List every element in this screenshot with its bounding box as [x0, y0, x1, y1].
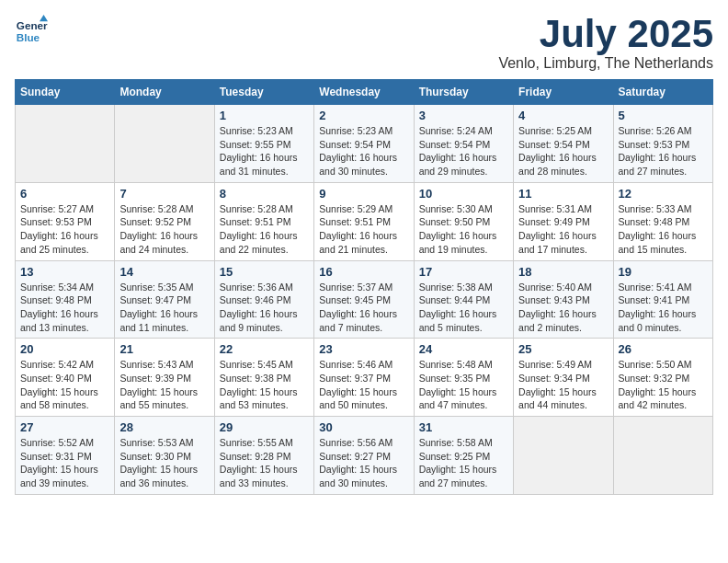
day-number: 7: [119, 187, 209, 201]
day-number: 31: [419, 420, 508, 434]
day-number: 18: [518, 265, 608, 279]
day-number: 20: [20, 342, 109, 356]
calendar-cell: 12Sunrise: 5:33 AM Sunset: 9:48 PM Dayli…: [613, 182, 712, 260]
calendar-cell: 15Sunrise: 5:36 AM Sunset: 9:46 PM Dayli…: [214, 260, 313, 339]
location: Venlo, Limburg, The Netherlands: [498, 55, 713, 72]
day-detail: Sunrise: 5:35 AM Sunset: 9:47 PM Dayligh…: [119, 281, 209, 335]
calendar-cell: 19Sunrise: 5:41 AM Sunset: 9:41 PM Dayli…: [613, 260, 712, 339]
day-number: 10: [419, 187, 508, 201]
calendar-cell: [115, 105, 214, 183]
calendar-cell: 13Sunrise: 5:34 AM Sunset: 9:48 PM Dayli…: [16, 260, 115, 339]
col-header-friday: Friday: [514, 80, 613, 105]
calendar-cell: 7Sunrise: 5:28 AM Sunset: 9:52 PM Daylig…: [115, 182, 214, 260]
day-detail: Sunrise: 5:27 AM Sunset: 9:53 PM Dayligh…: [20, 202, 109, 257]
day-detail: Sunrise: 5:42 AM Sunset: 9:40 PM Dayligh…: [20, 358, 109, 412]
day-detail: Sunrise: 5:38 AM Sunset: 9:44 PM Dayligh…: [419, 281, 508, 335]
day-detail: Sunrise: 5:52 AM Sunset: 9:31 PM Dayligh…: [20, 436, 109, 490]
day-detail: Sunrise: 5:30 AM Sunset: 9:50 PM Dayligh…: [419, 202, 508, 257]
day-number: 6: [20, 187, 109, 201]
calendar-cell: 8Sunrise: 5:28 AM Sunset: 9:51 PM Daylig…: [214, 182, 313, 260]
day-number: 9: [319, 187, 408, 201]
day-detail: Sunrise: 5:37 AM Sunset: 9:45 PM Dayligh…: [319, 281, 408, 335]
day-detail: Sunrise: 5:28 AM Sunset: 9:51 PM Dayligh…: [220, 202, 309, 257]
day-detail: Sunrise: 5:24 AM Sunset: 9:54 PM Dayligh…: [419, 124, 508, 178]
day-number: 1: [220, 109, 309, 122]
calendar-cell: 17Sunrise: 5:38 AM Sunset: 9:44 PM Dayli…: [414, 260, 513, 339]
day-number: 16: [319, 265, 408, 279]
calendar-cell: 2Sunrise: 5:23 AM Sunset: 9:54 PM Daylig…: [314, 105, 414, 183]
day-detail: Sunrise: 5:45 AM Sunset: 9:38 PM Dayligh…: [220, 358, 309, 412]
calendar-cell: 29Sunrise: 5:55 AM Sunset: 9:28 PM Dayli…: [214, 417, 313, 495]
day-number: 29: [220, 420, 309, 434]
day-number: 5: [619, 109, 708, 122]
col-header-wednesday: Wednesday: [314, 80, 414, 105]
day-detail: Sunrise: 5:41 AM Sunset: 9:41 PM Dayligh…: [619, 281, 708, 335]
calendar-cell: 31Sunrise: 5:58 AM Sunset: 9:25 PM Dayli…: [414, 417, 513, 495]
day-detail: Sunrise: 5:33 AM Sunset: 9:48 PM Dayligh…: [619, 202, 708, 257]
calendar-cell: 14Sunrise: 5:35 AM Sunset: 9:47 PM Dayli…: [115, 260, 214, 339]
calendar-cell: 9Sunrise: 5:29 AM Sunset: 9:51 PM Daylig…: [314, 182, 414, 260]
day-detail: Sunrise: 5:58 AM Sunset: 9:25 PM Dayligh…: [419, 436, 508, 490]
day-detail: Sunrise: 5:55 AM Sunset: 9:28 PM Dayligh…: [220, 436, 309, 490]
day-detail: Sunrise: 5:49 AM Sunset: 9:34 PM Dayligh…: [518, 358, 608, 412]
day-detail: Sunrise: 5:56 AM Sunset: 9:27 PM Dayligh…: [319, 436, 408, 490]
calendar-cell: 11Sunrise: 5:31 AM Sunset: 9:49 PM Dayli…: [514, 182, 613, 260]
calendar-cell: 16Sunrise: 5:37 AM Sunset: 9:45 PM Dayli…: [314, 260, 414, 339]
calendar-cell: 24Sunrise: 5:48 AM Sunset: 9:35 PM Dayli…: [414, 339, 513, 417]
day-detail: Sunrise: 5:34 AM Sunset: 9:48 PM Dayligh…: [20, 281, 109, 335]
col-header-tuesday: Tuesday: [214, 80, 313, 105]
calendar-cell: 18Sunrise: 5:40 AM Sunset: 9:43 PM Dayli…: [514, 260, 613, 339]
day-detail: Sunrise: 5:43 AM Sunset: 9:39 PM Dayligh…: [119, 358, 209, 412]
day-detail: Sunrise: 5:36 AM Sunset: 9:46 PM Dayligh…: [220, 281, 309, 335]
calendar-cell: 28Sunrise: 5:53 AM Sunset: 9:30 PM Dayli…: [115, 417, 214, 495]
day-detail: Sunrise: 5:46 AM Sunset: 9:37 PM Dayligh…: [319, 358, 408, 412]
col-header-thursday: Thursday: [414, 80, 513, 105]
col-header-saturday: Saturday: [613, 80, 712, 105]
col-header-monday: Monday: [115, 80, 214, 105]
calendar-cell: 4Sunrise: 5:25 AM Sunset: 9:54 PM Daylig…: [514, 105, 613, 183]
day-number: 17: [419, 265, 508, 279]
day-number: 12: [619, 187, 708, 201]
logo-icon: General Blue: [15, 15, 48, 48]
calendar-cell: 30Sunrise: 5:56 AM Sunset: 9:27 PM Dayli…: [314, 417, 414, 495]
calendar-cell: 23Sunrise: 5:46 AM Sunset: 9:37 PM Dayli…: [314, 339, 414, 417]
logo: General Blue: [15, 15, 48, 48]
day-number: 23: [319, 342, 408, 356]
day-number: 24: [419, 342, 508, 356]
day-number: 15: [220, 265, 309, 279]
day-number: 25: [518, 342, 608, 356]
col-header-sunday: Sunday: [16, 80, 115, 105]
calendar-cell: [613, 417, 712, 495]
day-detail: Sunrise: 5:40 AM Sunset: 9:43 PM Dayligh…: [518, 281, 608, 335]
day-number: 28: [119, 420, 209, 434]
day-detail: Sunrise: 5:23 AM Sunset: 9:54 PM Dayligh…: [319, 124, 408, 178]
calendar-table: SundayMondayTuesdayWednesdayThursdayFrid…: [15, 79, 713, 495]
day-number: 3: [419, 109, 508, 122]
day-detail: Sunrise: 5:25 AM Sunset: 9:54 PM Dayligh…: [518, 124, 608, 178]
day-number: 22: [220, 342, 309, 356]
title-block: July 2025 Venlo, Limburg, The Netherland…: [498, 15, 713, 72]
calendar-cell: 1Sunrise: 5:23 AM Sunset: 9:55 PM Daylig…: [214, 105, 313, 183]
day-detail: Sunrise: 5:28 AM Sunset: 9:52 PM Dayligh…: [119, 202, 209, 257]
calendar-cell: 6Sunrise: 5:27 AM Sunset: 9:53 PM Daylig…: [16, 182, 115, 260]
day-number: 30: [319, 420, 408, 434]
day-number: 14: [119, 265, 209, 279]
day-detail: Sunrise: 5:48 AM Sunset: 9:35 PM Dayligh…: [419, 358, 508, 412]
day-detail: Sunrise: 5:53 AM Sunset: 9:30 PM Dayligh…: [119, 436, 209, 490]
svg-text:Blue: Blue: [17, 31, 40, 43]
calendar-cell: 5Sunrise: 5:26 AM Sunset: 9:53 PM Daylig…: [613, 105, 712, 183]
day-detail: Sunrise: 5:23 AM Sunset: 9:55 PM Dayligh…: [220, 124, 309, 178]
day-number: 4: [518, 109, 608, 122]
svg-marker-2: [40, 15, 48, 21]
calendar-cell: [514, 417, 613, 495]
day-number: 19: [619, 265, 708, 279]
day-detail: Sunrise: 5:50 AM Sunset: 9:32 PM Dayligh…: [619, 358, 708, 412]
day-number: 27: [20, 420, 109, 434]
calendar-cell: 3Sunrise: 5:24 AM Sunset: 9:54 PM Daylig…: [414, 105, 513, 183]
day-number: 13: [20, 265, 109, 279]
calendar-cell: 10Sunrise: 5:30 AM Sunset: 9:50 PM Dayli…: [414, 182, 513, 260]
day-detail: Sunrise: 5:31 AM Sunset: 9:49 PM Dayligh…: [518, 202, 608, 257]
calendar-cell: 22Sunrise: 5:45 AM Sunset: 9:38 PM Dayli…: [214, 339, 313, 417]
calendar-cell: 27Sunrise: 5:52 AM Sunset: 9:31 PM Dayli…: [16, 417, 115, 495]
day-detail: Sunrise: 5:29 AM Sunset: 9:51 PM Dayligh…: [319, 202, 408, 257]
